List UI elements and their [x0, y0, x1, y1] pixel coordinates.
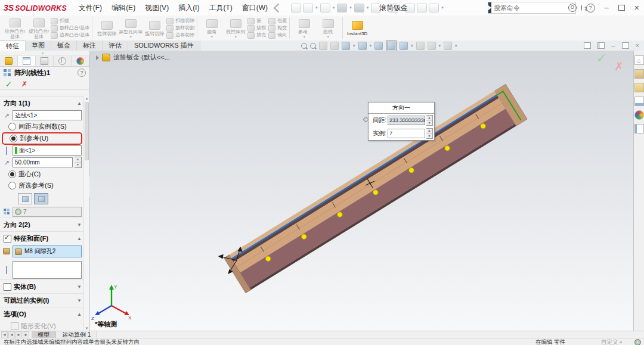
loft-cut-button[interactable]: 放样切割 — [166, 25, 194, 32]
pin-icon[interactable] — [274, 3, 283, 13]
minimize-button[interactable]: – — [605, 5, 609, 11]
loft-button[interactable]: 放样凸台/基体 — [51, 25, 89, 32]
scroll-thumb[interactable] — [85, 102, 89, 160]
tab-configuration-manager[interactable] — [36, 56, 54, 66]
offset-spinner[interactable]: ▲▼ — [75, 157, 82, 168]
extrude-boss-button[interactable]: 拉伸凸台/基体 — [3, 17, 27, 40]
single-viewport-icon[interactable] — [584, 42, 591, 49]
tab-feature-manager[interactable] — [0, 56, 18, 66]
wrap-button[interactable]: 包覆 — [268, 18, 287, 24]
command-tab[interactable]: 草图 — [26, 41, 51, 51]
zoom-to-fit-icon[interactable] — [301, 43, 307, 49]
instances-input[interactable]: 7 — [388, 129, 425, 138]
tab-display-manager[interactable] — [72, 56, 89, 66]
view-palette-icon[interactable] — [634, 97, 644, 106]
close-button[interactable]: × — [634, 4, 639, 11]
menu-item[interactable]: 视图(V) — [140, 3, 174, 13]
custom-dropdown[interactable]: 自定义▾ — [601, 338, 622, 345]
custom-properties-icon[interactable] — [634, 124, 644, 133]
offset-centroid-toggle[interactable] — [18, 193, 32, 204]
menu-item[interactable]: 编辑(E) — [107, 3, 140, 13]
option-centroid[interactable]: 重心(C) — [0, 169, 84, 180]
options-gear-icon[interactable] — [429, 4, 439, 13]
section-direction1[interactable]: 方向 1(1)▲ — [0, 96, 84, 110]
option-selected-reference[interactable]: 所选参考(S) — [0, 180, 84, 191]
command-tab[interactable]: 钣金 — [51, 41, 77, 51]
section-options[interactable]: 选项(O)▲ — [0, 307, 84, 321]
graphics-viewport[interactable]: Y X Z 滚筒钣金 (默认<<... 方向一 间距: 233.33333333… — [90, 51, 633, 331]
appearance-icon[interactable] — [416, 42, 425, 50]
tab-property-manager[interactable] — [18, 56, 36, 66]
reference-geometry-button[interactable]: 参考..▾ — [292, 17, 316, 39]
radio-icon[interactable] — [8, 123, 16, 130]
pane-restore-icon[interactable] — [622, 42, 629, 49]
radio-selected-icon[interactable] — [8, 170, 16, 178]
instances-spinner[interactable]: ▲▼ — [426, 128, 433, 139]
restore-button[interactable] — [618, 5, 625, 11]
section-features-faces[interactable]: 特征和面(F)▲ — [0, 231, 84, 245]
user-account-icon[interactable] — [568, 4, 577, 12]
scene-icon[interactable] — [428, 42, 436, 50]
radio-selected-icon[interactable] — [10, 135, 17, 142]
part-top-flange[interactable] — [229, 91, 497, 259]
command-tab[interactable]: 标注 — [77, 41, 103, 51]
option-up-to-reference[interactable]: 到参考(U) — [3, 133, 81, 144]
shell-button[interactable]: 抽壳 — [247, 32, 266, 39]
hide-show-items-icon[interactable] — [374, 42, 383, 50]
display-style-icon[interactable] — [358, 42, 367, 50]
pane-minimize-icon[interactable]: – — [611, 42, 615, 49]
expand-arrow-icon[interactable] — [96, 55, 99, 60]
checkbox-icon[interactable] — [4, 283, 11, 291]
offset-reference-toggle[interactable] — [34, 193, 48, 204]
command-search[interactable]: ▾ — [488, 2, 576, 14]
select-icon[interactable] — [388, 4, 398, 13]
tab-dimxpert-manager[interactable] — [54, 56, 72, 66]
mirror-button[interactable]: 镜向 — [268, 32, 287, 39]
menu-item[interactable]: 工具(T) — [204, 3, 237, 13]
section-instances-to-skip[interactable]: 可跳过的实例(I)▼ — [0, 293, 84, 307]
direction1-edge-field[interactable]: 边线<1> — [13, 110, 82, 120]
extrude-cut-button[interactable]: 拉伸切除 — [95, 19, 119, 37]
menu-item[interactable]: 窗口(W) — [237, 3, 273, 13]
option-spacing-instances[interactable]: 间距与实例数(S) — [0, 121, 84, 132]
open-icon[interactable] — [320, 4, 330, 13]
zoom-to-area-icon[interactable] — [310, 43, 316, 49]
confirmation-corner-cancel-icon[interactable]: ✗ — [614, 60, 624, 73]
revolve-boss-button[interactable]: 旋转凸台/基体 — [27, 17, 51, 40]
spacing-spinner[interactable]: ▲▼ — [426, 115, 433, 126]
attach-icon[interactable] — [405, 4, 415, 13]
feature-help-icon[interactable]: ? — [78, 69, 86, 77]
revolve-cut-button[interactable]: 旋转切除 — [143, 19, 166, 37]
radio-icon[interactable] — [8, 182, 16, 189]
sweep-button[interactable]: 扫描 — [51, 18, 89, 24]
fillet-button[interactable]: 圆角▾ — [200, 17, 224, 39]
boundary-cut-button[interactable]: 边界切除 — [166, 32, 194, 39]
pattern-callout[interactable]: 方向一 间距: 233.33333333mm ▲▼ 实例: 7 ▲▼ — [368, 102, 435, 141]
view-orientation-icon[interactable] — [342, 42, 350, 50]
command-tab[interactable]: 特征 — [0, 41, 26, 51]
undo-icon[interactable] — [371, 4, 381, 13]
command-tab[interactable]: 评估 — [103, 41, 128, 51]
view-settings-icon[interactable] — [400, 42, 408, 50]
curves-button[interactable]: 曲线▾ — [316, 17, 340, 39]
checkbox-checked-icon[interactable] — [4, 235, 11, 243]
panel-splitter-handle[interactable] — [0, 51, 89, 56]
draft-button[interactable]: 拔模 — [247, 25, 266, 32]
appearances-icon[interactable] — [634, 110, 644, 120]
new-document-icon[interactable] — [303, 4, 313, 13]
home-icon[interactable] — [291, 4, 301, 13]
ok-button[interactable]: ✓ — [5, 80, 12, 88]
list-item-selected[interactable]: M8 间隙孔2 — [13, 246, 81, 257]
menu-item[interactable]: 插入(I) — [174, 3, 204, 13]
section-bodies[interactable]: 实体(B)▼ — [0, 279, 84, 293]
boundary-boss-button[interactable]: 边界凸台/基体 — [51, 32, 89, 39]
feature-tree-flyout[interactable]: 滚筒钣金 (默认<<... — [96, 53, 170, 62]
3d-model[interactable]: Y X Z — [90, 51, 633, 331]
previous-view-icon[interactable] — [319, 42, 327, 50]
panel-scrollbar[interactable]: ▲ ▼ — [83, 96, 89, 331]
section-view-icon[interactable] — [330, 42, 339, 50]
pane-close-icon[interactable]: × — [636, 42, 639, 49]
offset-distance-field[interactable]: 50.00mm — [13, 157, 73, 167]
linear-pattern-button[interactable]: 线性阵列▾ — [224, 17, 247, 39]
menu-item[interactable]: 文件(F) — [74, 3, 107, 13]
